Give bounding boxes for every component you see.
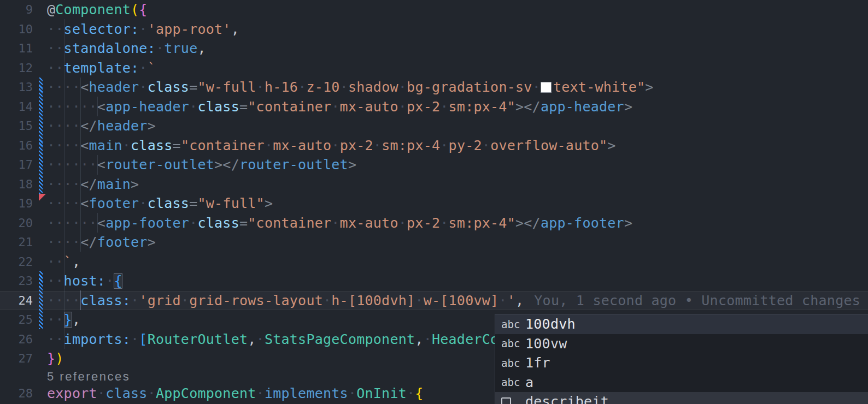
line-number: 26 (0, 330, 33, 349)
code-line[interactable]: 12··template:·` (0, 58, 868, 78)
line-number: 25 (0, 310, 33, 330)
suggestion-label: 1fr (525, 355, 550, 371)
codelens-references[interactable]: 5 references (47, 369, 130, 384)
line-number: 18 (0, 175, 33, 194)
suggestion-label: describeit (525, 394, 609, 404)
code-text: ····<footer·class="w-full"> (47, 194, 273, 213)
line-number: 21 (0, 233, 33, 252)
code-text: ··`, (47, 252, 80, 272)
code-text: ··standalone:·true, (47, 39, 206, 58)
code-line[interactable]: 19····<footer·class="w-full"> (0, 194, 868, 213)
code-text: ······<app-header·class="container·mx-au… (47, 97, 632, 117)
code-text: @Component({ (47, 0, 148, 20)
code-line[interactable]: 11··standalone:·true, (0, 39, 868, 58)
line-number: 19 (0, 194, 33, 213)
code-line[interactable]: 20······<app-footer·class="container·mx-… (0, 213, 868, 233)
text-completion-icon: abc (501, 318, 525, 330)
code-line[interactable]: 13····<header·class="w-full·h-16·z-10·sh… (0, 78, 868, 97)
suggestion-item[interactable]: abca (495, 373, 868, 393)
suggestion-item[interactable]: abc100dvh (495, 314, 868, 334)
code-text: ····</footer> (47, 233, 156, 252)
line-number: 9 (0, 0, 33, 20)
line-number: 11 (0, 39, 33, 58)
code-line[interactable]: 14······<app-header·class="container·mx-… (0, 97, 868, 117)
code-text: ····<main·class="container·mx-auto·px-2·… (47, 136, 616, 156)
line-number: 12 (0, 58, 33, 78)
line-number: 14 (0, 97, 33, 117)
code-line[interactable]: 15····</header> (0, 116, 868, 136)
code-line[interactable]: 17······<router-outlet></router-outlet> (0, 155, 868, 175)
text-completion-icon: abc (501, 357, 525, 369)
text-completion-icon: abc (501, 376, 525, 388)
code-line[interactable]: 24····class:·'grid·grid-rows-layout·h-[1… (0, 291, 868, 311)
line-number: 10 (0, 20, 33, 39)
line-number: 15 (0, 116, 33, 136)
code-text: ····</header> (47, 116, 156, 136)
line-number: 17 (0, 155, 33, 175)
code-text: ··selector:·'app-root', (47, 20, 239, 39)
autocomplete-popup: abc100dvhabc100vwabc1frabcadescribeit (495, 314, 868, 404)
line-number: 13 (0, 78, 33, 97)
text-completion-icon: abc (501, 337, 525, 349)
code-text: ··template:·` (47, 58, 156, 78)
suggestion-label: 100dvh (525, 316, 576, 332)
code-text: ······<router-outlet></router-outlet> (47, 155, 356, 175)
code-text: export·class·AppComponent·implements·OnI… (47, 384, 424, 403)
code-text: ····class:·'grid·grid-rows-layout·h-[100… (47, 291, 860, 311)
color-swatch-decoration (541, 82, 552, 93)
code-text: ····</main> (47, 175, 139, 194)
code-text: ··host:·{ (47, 271, 122, 291)
code-text: ····<header·class="w-full·h-16·z-10·shad… (47, 78, 654, 97)
git-blame-annotation: You, 1 second ago • Uncommitted changes (534, 293, 860, 308)
code-text: ··}, (47, 310, 80, 330)
suggestion-item[interactable]: abc100vw (495, 334, 868, 354)
line-number: 27 (0, 349, 33, 369)
line-number: 20 (0, 213, 33, 233)
code-line[interactable]: 21····</footer> (0, 233, 868, 252)
code-line[interactable]: 22··`, (0, 252, 868, 272)
code-line[interactable]: 9@Component({ (0, 0, 868, 20)
code-line[interactable]: 18····</main> (0, 175, 868, 194)
code-text: ··imports:·[RouterOutlet,·StatsPageCompo… (47, 330, 507, 349)
suggestion-item[interactable]: describeit (495, 392, 868, 404)
line-number: 24 (0, 291, 33, 311)
code-line[interactable]: 23··host:·{ (0, 271, 868, 291)
code-text: }) (47, 349, 64, 369)
suggestion-item[interactable]: abc1fr (495, 353, 868, 373)
snippet-icon (501, 396, 525, 404)
line-number: 16 (0, 136, 33, 156)
code-line[interactable]: 10··selector:·'app-root', (0, 20, 868, 39)
line-number: 22 (0, 252, 33, 272)
code-text: ······<app-footer·class="container·mx-au… (47, 213, 632, 233)
suggestion-label: a (525, 375, 533, 390)
line-number: 23 (0, 271, 33, 291)
suggestion-label: 100vw (525, 336, 567, 352)
line-number: 28 (0, 384, 33, 403)
code-line[interactable]: 16····<main·class="container·mx-auto·px-… (0, 136, 868, 156)
